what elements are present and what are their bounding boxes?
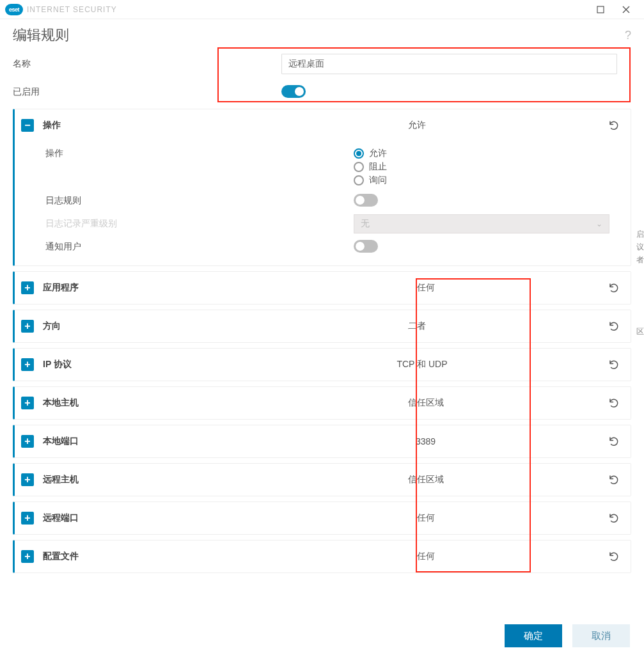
name-input[interactable] [281,54,617,74]
section-action-header[interactable]: − 操作 允许 [15,109,631,141]
section-application-header[interactable]: + 应用程序 任何 [15,272,631,304]
expand-icon[interactable]: + [21,320,34,333]
section-profile-value: 任何 [79,551,606,562]
revert-icon[interactable] [606,434,622,449]
edge-glyph-b: 议 [636,242,644,253]
ok-button[interactable]: 确定 [505,624,562,647]
section-ip-protocol-value: TCP 和 UDP [72,359,606,370]
section-remote-host-label: 远程主机 [43,474,79,485]
enabled-label: 已启用 [13,86,281,98]
section-application-label: 应用程序 [43,282,79,294]
revert-icon[interactable] [606,549,622,564]
radio-ask[interactable]: 询问 [354,175,622,186]
chevron-down-icon: ⌄ [596,219,602,228]
revert-icon[interactable] [606,357,622,372]
severity-value: 无 [361,218,370,230]
section-profile-label: 配置文件 [43,551,79,562]
section-local-host-label: 本地主机 [43,397,79,409]
expand-icon[interactable]: + [21,397,34,409]
section-local-port-label: 本地端口 [43,436,79,447]
notify-label: 通知用户 [45,241,354,253]
severity-select: 无 ⌄ [354,214,609,233]
row-name: 名称 [13,50,631,78]
section-ip-protocol-label: IP 协议 [43,359,72,370]
section-remote-host-value: 信任区域 [79,474,606,485]
svg-rect-0 [597,6,604,13]
section-remote-port-label: 远程端口 [43,512,79,524]
expand-icon[interactable]: + [21,473,34,486]
titlebar: eset INTERNET SECURITY [0,0,644,19]
edge-glyph-d: 区 [636,326,644,337]
section-application-value: 任何 [79,282,606,294]
cancel-button[interactable]: 取消 [572,624,630,647]
page-title: 编辑规则 [13,26,69,45]
top-form: 名称 已启用 [0,50,644,106]
revert-icon[interactable] [606,395,622,411]
close-button[interactable] [613,1,639,19]
section-local-host: + 本地主机 信任区域 [13,386,631,420]
radio-ask-label: 询问 [369,175,387,186]
collapse-icon[interactable]: − [21,119,34,132]
section-remote-port-value: 任何 [79,512,606,524]
section-remote-host-header[interactable]: + 远程主机 信任区域 [15,464,631,496]
section-direction-value: 二者 [61,320,606,332]
footer: 确定 取消 [505,624,630,647]
section-profile-header[interactable]: + 配置文件 任何 [15,541,631,572]
section-action: − 操作 允许 操作 允许 阻止 [13,109,631,266]
radio-allow-icon [354,148,364,159]
section-direction-label: 方向 [43,320,61,332]
section-action-body: 操作 允许 阻止 询问 [15,141,631,265]
eset-logo: eset [5,4,23,15]
radio-allow-label: 允许 [369,148,387,159]
section-application: + 应用程序 任何 [13,271,631,304]
product-name: INTERNET SECURITY [27,5,117,14]
revert-icon[interactable] [606,280,622,296]
expand-icon[interactable]: + [21,281,34,294]
section-action-label: 操作 [43,120,61,131]
revert-icon[interactable] [606,319,622,334]
help-icon[interactable]: ? [625,29,631,42]
action-radio-group: 允许 阻止 询问 [354,148,622,186]
revert-icon[interactable] [606,118,622,133]
titlebar-left: eset INTERNET SECURITY [5,4,117,15]
edge-glyph-c: 者 [636,255,644,265]
radio-block-label: 阻止 [369,161,387,173]
section-local-host-header[interactable]: + 本地主机 信任区域 [15,387,631,419]
log-rule-label: 日志规则 [45,195,354,207]
page-header: 编辑规则 ? [0,19,644,50]
section-local-port: + 本地端口 3389 [13,425,631,458]
revert-icon[interactable] [606,472,622,487]
section-local-port-value: 3389 [79,436,606,446]
expand-icon[interactable]: + [21,550,34,563]
radio-block[interactable]: 阻止 [354,161,622,173]
radio-block-icon [354,162,364,172]
notify-toggle[interactable] [354,240,378,253]
section-remote-port: + 远程端口 任何 [13,501,631,535]
name-label: 名称 [13,58,281,70]
window-controls [588,1,639,19]
radio-allow[interactable]: 允许 [354,148,622,159]
expand-icon[interactable]: + [21,512,34,525]
section-remote-port-header[interactable]: + 远程端口 任何 [15,502,631,534]
edge-glyph-a: 启 [636,229,644,240]
enabled-toggle[interactable] [281,85,306,98]
sections: − 操作 允许 操作 允许 阻止 [0,106,644,573]
log-rule-toggle[interactable] [354,194,378,207]
section-local-host-value: 信任区域 [79,397,606,409]
section-direction-header[interactable]: + 方向 二者 [15,310,631,342]
section-remote-host: + 远程主机 信任区域 [13,463,631,496]
expand-icon[interactable]: + [21,435,34,448]
action-sub-label: 操作 [45,148,354,159]
expand-icon[interactable]: + [21,358,34,371]
section-ip-protocol: + IP 协议 TCP 和 UDP [13,348,631,381]
maximize-button[interactable] [588,1,613,19]
close-icon [622,6,630,13]
section-local-port-header[interactable]: + 本地端口 3389 [15,425,631,457]
section-profile: + 配置文件 任何 [13,540,631,573]
section-action-summary: 允许 [61,120,606,131]
revert-icon[interactable] [606,510,622,526]
row-enabled: 已启用 [13,78,631,106]
section-direction: + 方向 二者 [13,310,631,343]
maximize-icon [597,6,604,13]
section-ip-protocol-header[interactable]: + IP 协议 TCP 和 UDP [15,349,631,381]
